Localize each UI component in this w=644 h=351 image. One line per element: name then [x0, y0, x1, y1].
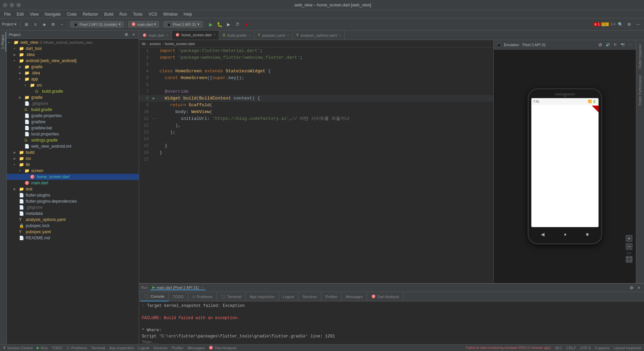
toolbar-settings[interactable]: ⚙	[49, 20, 57, 29]
emulator-settings-btn[interactable]: ⋯	[627, 42, 633, 48]
sidebar-close[interactable]: ×	[131, 32, 137, 38]
status-version-control[interactable]: ⬆ Version Control	[3, 346, 33, 350]
device-label-selector[interactable]: 📱 Pixel 2 API 31 ▾	[164, 21, 203, 27]
menu-code[interactable]: Code	[64, 11, 79, 17]
tree-item-src[interactable]: ▾ 📁 src	[7, 82, 139, 88]
tree-item-settings-gradle[interactable]: G settings.gradle	[7, 137, 139, 143]
close-icon[interactable]: ×	[16, 3, 21, 7]
status-problems[interactable]: ⚠ Problems	[67, 346, 87, 350]
code-editor[interactable]: 1 import 'package:flutter/material.dart'…	[139, 48, 493, 283]
tree-item-gradlew[interactable]: 📄 gradlew	[7, 119, 139, 125]
bottom-tab-app-inspection[interactable]: App Inspection	[246, 292, 279, 301]
menu-edit[interactable]: Edit	[14, 11, 26, 17]
layout-inspector[interactable]: Layout Inspector	[614, 346, 641, 350]
tree-item-idea[interactable]: ▶ 📁 .idea	[7, 52, 139, 58]
error-count[interactable]: ⊘ 1	[593, 22, 601, 26]
close-tab-main[interactable]: ×	[166, 33, 168, 37]
toolbar-btn-1[interactable]: ⊞	[22, 20, 31, 29]
bottom-tab-messages[interactable]: Messages	[342, 292, 367, 301]
left-tab-project[interactable]: 1: Project	[0, 32, 6, 52]
tab-analysis-options[interactable]: Y analysis_options.yaml ×	[293, 31, 345, 40]
tree-item-pubspec-yaml[interactable]: Y pubspec.yaml	[7, 229, 139, 235]
tab-main-dart[interactable]: 🎯 main.dart ×	[139, 31, 172, 40]
phone-recent-btn[interactable]: ■	[586, 232, 589, 237]
stop-button[interactable]: ■	[242, 20, 250, 29]
status-dart-analysis[interactable]: 🎯 Dart Analysis	[209, 346, 236, 350]
tree-item-android-idea[interactable]: ▶ 📁 .idea	[7, 70, 139, 76]
tree-item-flutter-plugins-deps[interactable]: 📄 flutter-plugins-dependencies	[7, 198, 139, 204]
search-toolbar-btn[interactable]: 🔍	[616, 20, 624, 29]
tree-item-metadata[interactable]: 📄 metadata	[7, 210, 139, 217]
run-close-btn[interactable]: ×	[202, 285, 204, 290]
line-separator[interactable]: CRLF	[566, 346, 576, 350]
device-selector[interactable]: 📱 Pixel 2 API 31 (mobile) ▾	[70, 21, 124, 27]
tab-build-gradle[interactable]: G build.gradle ×	[219, 31, 254, 40]
minimize-icon[interactable]: –	[3, 3, 7, 7]
status-services[interactable]: Services	[153, 346, 168, 350]
tree-item-home-screen-dart[interactable]: 🎯 home_screen.dart	[7, 174, 139, 180]
tree-item-gradlew-bat[interactable]: 📄 gradlew.bat	[7, 125, 139, 131]
maximize-icon[interactable]: □	[10, 3, 14, 7]
close-tab-pubspec[interactable]: ×	[287, 33, 289, 37]
tree-item-analysis-options[interactable]: Y analysis_options.yaml	[7, 217, 139, 223]
close-tab-build-gradle[interactable]: ×	[249, 33, 251, 37]
tree-item-build[interactable]: ▶ 📁 build	[7, 149, 139, 155]
settings-toolbar-btn[interactable]: ⚙	[625, 20, 633, 29]
phone-back-btn[interactable]: ◀	[541, 232, 545, 237]
tab-pubspec-yaml[interactable]: Y pubspec.yaml ×	[254, 31, 293, 40]
tab-home-screen-dart[interactable]: 🎯 home_screen.dart ×	[172, 31, 220, 40]
profile-button[interactable]: ⏱	[233, 20, 242, 29]
bottom-tab-terminal[interactable]: ⬛ Terminal	[217, 292, 246, 301]
status-run[interactable]: ▶ Run	[37, 346, 48, 350]
tree-item-gradle2[interactable]: ▶ 📁 gradle	[7, 94, 139, 100]
tree-item-lib[interactable]: ▾ 📁 lib	[7, 162, 139, 168]
menu-file[interactable]: File	[1, 11, 13, 17]
indent[interactable]: 2 spaces	[595, 346, 610, 350]
zoom-in-btn[interactable]: +	[626, 235, 632, 242]
tree-item-screen[interactable]: ▾ 📁 screen	[7, 168, 139, 174]
tree-item-test[interactable]: ▶ 📁 test	[7, 186, 139, 192]
tree-item-flutter-plugins[interactable]: 📄 flutter-plugins	[7, 192, 139, 198]
run-config-selector[interactable]: 🎯 main.dart ▾	[128, 21, 159, 27]
close-tab-home-screen[interactable]: ×	[213, 33, 215, 37]
tree-item-iml[interactable]: 📄 web_view_android.iml	[7, 143, 139, 149]
run-tab-main[interactable]: ▶ main.dart (Pixel 2 API 31) ×	[150, 285, 206, 290]
toolbar-btn-2[interactable]: ≡	[31, 20, 39, 29]
bottom-tab-problems[interactable]: ⚠ Problems	[188, 292, 217, 301]
cursor-position[interactable]: 38:1	[555, 346, 562, 350]
sidebar-gear[interactable]: ⚙	[123, 32, 129, 38]
tree-item-android[interactable]: ▾ 📁 android [web_view_android]	[7, 58, 139, 64]
run-close-panel-btn[interactable]: ×	[636, 285, 642, 291]
menu-run[interactable]: Run	[117, 11, 130, 17]
tree-item-pubspec-lock[interactable]: 🔒 pubspec.lock	[7, 223, 139, 229]
emulator-power-btn[interactable]: ⏻	[597, 42, 603, 48]
emulator-rotate-btn[interactable]: ↻	[612, 42, 618, 48]
zoom-fit-btn[interactable]: ⛶	[626, 256, 632, 263]
phone-screen[interactable]: 7:31 📶 🔋	[531, 98, 599, 227]
tree-item-root-gitignore[interactable]: 📄 .gitignore	[7, 204, 139, 210]
status-terminal[interactable]: Terminal	[91, 346, 105, 350]
status-app-inspection[interactable]: App Inspection	[109, 346, 134, 350]
encoding[interactable]: UTF-8	[580, 346, 590, 350]
menu-help[interactable]: Help	[181, 11, 195, 17]
bottom-tab-todo[interactable]: TODO	[169, 292, 188, 301]
status-profiler[interactable]: Profiler	[172, 346, 184, 350]
tree-item-ios[interactable]: ▶ 📁 ios	[7, 155, 139, 162]
bottom-tab-services[interactable]: Services	[299, 292, 321, 301]
bottom-tab-dart-analysis[interactable]: 🎯 Dart Analysis	[367, 292, 403, 301]
menu-vcs[interactable]: VCS	[146, 11, 160, 17]
tree-item-android-gradle[interactable]: ▶ 📁 gradle	[7, 64, 139, 70]
run-settings-btn[interactable]: ⚙	[628, 285, 634, 291]
menu-tools[interactable]: Tools	[130, 11, 145, 17]
status-messages[interactable]: Messages	[188, 346, 205, 350]
menu-refactor[interactable]: Refactor	[80, 11, 101, 17]
tree-item-main-dart[interactable]: 🎯 main.dart	[7, 180, 139, 186]
emulator-screenshot-btn[interactable]: 📷	[620, 42, 626, 48]
menu-window[interactable]: Window	[160, 11, 181, 17]
emulator-volume-btn[interactable]: 🔊	[605, 42, 611, 48]
menu-view[interactable]: View	[27, 11, 41, 17]
tree-item-build-gradle-app[interactable]: G build.gradle	[7, 88, 139, 94]
run-with-coverage[interactable]: ▶	[225, 20, 233, 29]
bottom-tab-logcat[interactable]: Logcat	[279, 292, 299, 301]
toolbar-minimize-panel[interactable]: −	[58, 20, 66, 29]
